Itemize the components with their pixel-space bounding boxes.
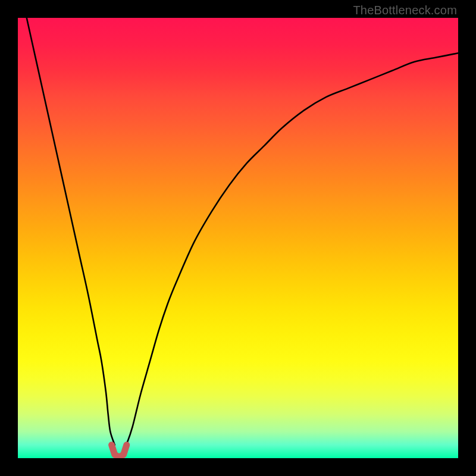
watermark-text: TheBottleneck.com bbox=[353, 4, 457, 17]
curve-layer bbox=[18, 18, 458, 458]
plot-area bbox=[18, 18, 458, 458]
outer-frame: TheBottleneck.com bbox=[0, 0, 476, 476]
left-branch-curve bbox=[27, 18, 115, 445]
nadir-marker bbox=[112, 445, 127, 458]
right-branch-curve bbox=[124, 53, 458, 449]
